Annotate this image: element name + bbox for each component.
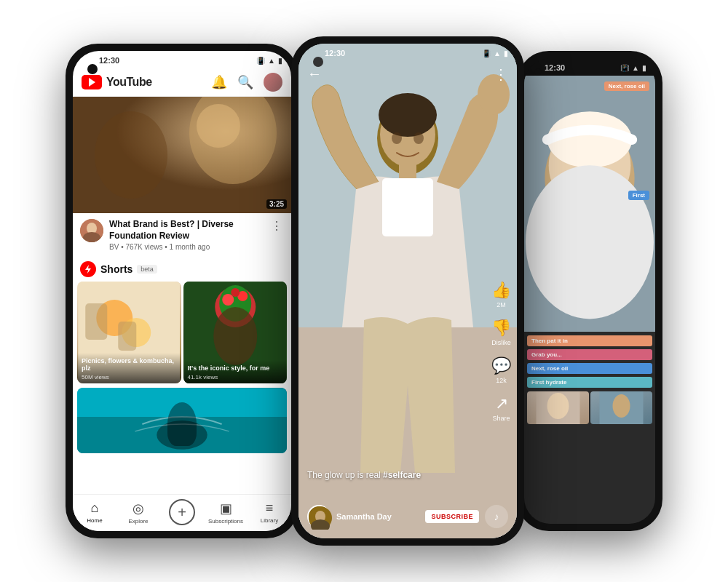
share-label: Share xyxy=(492,415,510,422)
music-button[interactable]: ♪ xyxy=(485,505,508,528)
tl-label-1: Then pat it in xyxy=(531,338,568,344)
caption-text: The glow up is real #selfcare xyxy=(307,470,466,480)
like-icon: 👍 xyxy=(491,281,511,300)
thumbnail-svg xyxy=(73,97,291,213)
phone-1-screen: 12:30 📳 ▲ ▮ YouTube 🔔 🔍 xyxy=(73,51,291,531)
shorts-video-screen: 👍 2M 👎 Dislike 💬 12k ↗ Share xyxy=(298,44,517,538)
pool-thumbnail[interactable] xyxy=(77,388,287,453)
short-views-2: 41.1k views xyxy=(188,374,283,380)
channel-avatar-svg xyxy=(80,219,103,242)
duration-badge: 3:25 xyxy=(266,199,287,209)
youtube-header: YouTube 🔔 🔍 xyxy=(73,68,291,97)
caption-hashtag: #selfcare xyxy=(383,470,421,480)
comment-icon: 💬 xyxy=(491,356,511,375)
vibrate-icon-2: 📳 xyxy=(482,49,491,57)
timeline-item-2[interactable]: Grab you... xyxy=(527,349,652,360)
edit-thumb-2 xyxy=(590,391,652,424)
edit-thumb-row xyxy=(527,391,652,424)
svg-point-3 xyxy=(197,104,240,148)
bell-button[interactable]: 🔔 xyxy=(211,74,227,90)
search-button[interactable]: 🔍 xyxy=(237,74,253,90)
nav-explore[interactable]: ◎ Explore xyxy=(120,501,157,525)
svg-point-16 xyxy=(222,294,234,306)
shorts-caption: The glow up is real #selfcare xyxy=(307,470,466,480)
nav-subscriptions[interactable]: ▣ Subscriptions xyxy=(207,501,244,525)
dislike-button[interactable]: 👎 Dislike xyxy=(491,319,511,346)
short-title-1: Picnics, flowers & kombucha, plz xyxy=(82,357,177,373)
nav-library[interactable]: ≡ Library xyxy=(251,501,288,524)
header-icons: 🔔 🔍 xyxy=(211,73,282,92)
wifi-icon-2: ▲ xyxy=(494,49,501,57)
like-button[interactable]: 👍 2M xyxy=(491,281,511,308)
comment-button[interactable]: 💬 12k xyxy=(491,356,511,384)
shorts-icon xyxy=(80,261,96,277)
preview-svg xyxy=(524,76,655,332)
svg-rect-12 xyxy=(118,322,136,351)
nav-home[interactable]: ⌂ Home xyxy=(76,501,113,524)
like-count: 2M xyxy=(496,301,506,308)
phone-2: 12:30 📳 ▲ ▮ ← ⋮ xyxy=(291,36,524,546)
subscribe-button[interactable]: SUBSCRIBE xyxy=(425,510,479,523)
more-options-button[interactable]: ⋮ xyxy=(494,65,508,83)
view-count: 767K views xyxy=(125,243,162,251)
video-title: What Brand is Best? | Diverse Foundation… xyxy=(109,219,264,242)
svg-point-27 xyxy=(379,93,437,137)
battery-icon-2: ▮ xyxy=(504,49,508,57)
shorts-lightning xyxy=(83,264,93,274)
nav-create[interactable]: + xyxy=(164,499,200,525)
shorts-user-bar: Samantha Day SUBSCRIBE ♪ xyxy=(307,505,508,528)
home-label: Home xyxy=(87,517,102,524)
caption-main: The glow up is real xyxy=(307,470,383,480)
video-menu-btn[interactable]: ⋮ xyxy=(269,219,284,251)
chip-label-2: First xyxy=(633,192,645,199)
svg-point-44 xyxy=(613,394,630,418)
svg-point-32 xyxy=(414,132,424,144)
short-item-1[interactable]: Picnics, flowers & kombucha, plz 50M vie… xyxy=(77,282,181,383)
shorts-grid: Picnics, flowers & kombucha, plz 50M vie… xyxy=(73,280,291,385)
phone-1: 12:30 📳 ▲ ▮ YouTube 🔔 🔍 xyxy=(66,44,298,538)
short-overlay-1: Picnics, flowers & kombucha, plz 50M vie… xyxy=(77,353,181,384)
timeline-item-3[interactable]: Next, rose oil xyxy=(527,363,652,374)
video-thumbnail[interactable]: 3:25 xyxy=(73,97,291,213)
library-icon: ≡ xyxy=(266,501,274,516)
edit-thumb-1 xyxy=(527,391,589,424)
status-icons-2: 📳 ▲ ▮ xyxy=(482,49,508,57)
creator-avatar-svg xyxy=(309,506,332,530)
tl-label-2: Grab you... xyxy=(531,351,562,358)
phone-3: 12:30 📳 ▲ ▮ xyxy=(517,51,662,531)
svg-point-31 xyxy=(392,132,402,144)
user-avatar[interactable] xyxy=(264,73,282,92)
thumb-svg-2 xyxy=(590,391,652,424)
edit-preview-top: Next, rose oil First xyxy=(524,76,655,332)
chip-label-1: Next, rose oil xyxy=(609,83,645,89)
vibrate-icon-3: 📳 xyxy=(620,64,629,72)
channel-avatar xyxy=(80,219,103,242)
short-title-2: It's the iconic style, for me xyxy=(188,364,283,372)
back-button[interactable]: ← xyxy=(307,65,322,82)
video-info: What Brand is Best? | Diverse Foundation… xyxy=(109,219,264,251)
phone-3-screen: 12:30 📳 ▲ ▮ xyxy=(524,58,655,524)
create-button[interactable]: + xyxy=(169,499,195,525)
short-item-2[interactable]: It's the iconic style, for me 41.1k view… xyxy=(183,282,288,383)
subscriptions-icon: ▣ xyxy=(220,501,232,517)
timeline-item-4[interactable]: First hydrate xyxy=(527,377,652,388)
creator-avatar xyxy=(307,505,331,528)
wifi-icon: ▲ xyxy=(268,57,275,65)
person-figure xyxy=(298,44,517,538)
status-bar-1: 12:30 📳 ▲ ▮ xyxy=(73,51,291,68)
chip-next-rose-oil: Next, rose oil xyxy=(604,81,649,91)
timeline-item-1[interactable]: Then pat it in xyxy=(527,335,652,346)
featured-video: 3:25 What Brand is Best? | Diverse Found… xyxy=(73,97,291,257)
youtube-logo: YouTube xyxy=(82,75,152,89)
punch-hole-3 xyxy=(534,68,542,76)
thumbnail-content xyxy=(73,97,291,213)
bottom-nav: ⌂ Home ◎ Explore + ▣ Subscriptions ≡ Lib… xyxy=(73,494,291,531)
share-button[interactable]: ↗ Share xyxy=(492,394,510,422)
shorts-actions: 👍 2M 👎 Dislike 💬 12k ↗ Share xyxy=(491,281,511,422)
status-icons-3: 📳 ▲ ▮ xyxy=(620,64,646,72)
subs-label: Subscriptions xyxy=(208,518,243,525)
video-age: 1 month ago xyxy=(170,243,210,251)
library-label: Library xyxy=(261,517,278,524)
status-bar-2: 12:30 📳 ▲ ▮ xyxy=(298,44,517,61)
phones-container: 12:30 📳 ▲ ▮ YouTube 🔔 🔍 xyxy=(0,0,728,582)
